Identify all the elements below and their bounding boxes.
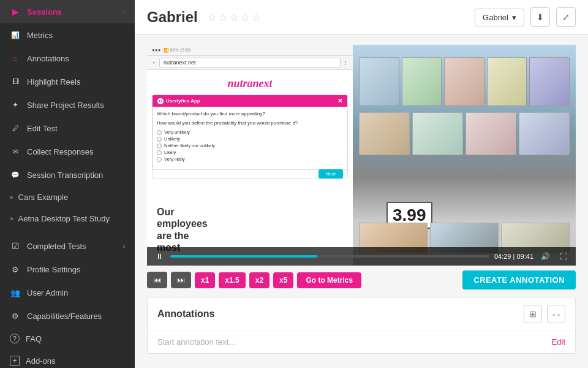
sessions-chevron: › [123, 9, 125, 15]
expand-icon: ⤢ [562, 12, 570, 22]
user-admin-icon: 👥 [10, 287, 21, 298]
sidebar-item-annotations[interactable]: ○ Annotations [0, 47, 135, 70]
sidebar-label-faq: FAQ [26, 334, 42, 343]
annotation-text: Start annotation text... [157, 337, 235, 347]
survey-header: U Userlytics App ✕ [153, 95, 347, 107]
sidebar-item-addons[interactable]: + Add-ons [0, 350, 135, 368]
sidebar-label-collect: Collect Responses [27, 147, 93, 156]
store-image: 3.99 [353, 45, 576, 266]
rewind-button[interactable]: ⏮ [147, 272, 167, 288]
metrics-icon: 📊 [10, 29, 21, 40]
highlight-reels-icon: 🎞 [10, 76, 21, 87]
expand-button[interactable]: ⤢ [556, 7, 576, 27]
brand-logo: nutranext [147, 70, 353, 98]
annotation-row: Start annotation text... Edit [148, 331, 575, 353]
sidebar-item-completed-tests[interactable]: ☑ Completed Tests › [0, 234, 135, 258]
speed-x15-button[interactable]: x1.5 [219, 272, 245, 288]
sidebar-item-share-project[interactable]: ✦ Share Project Results [0, 93, 135, 117]
annotation-edit-link[interactable]: Edit [552, 337, 565, 347]
sidebar-label-edit-test: Edit Test [27, 124, 58, 133]
annotations-collapse-button[interactable]: ⌄⌄ [547, 305, 565, 323]
sidebar-item-metrics[interactable]: 📊 Metrics [0, 23, 135, 47]
mobile-content: nutranext U Userlytics App ✕ [147, 70, 353, 266]
time-display: 04:29 | 09:41 [494, 253, 533, 260]
fullscreen-icon: ⛶ [560, 252, 567, 261]
forward-button[interactable]: ⏭ [171, 272, 191, 288]
sidebar-section-aetna[interactable]: » Aetna Desktop Test Study [0, 208, 135, 229]
sidebar-label-user-admin: User Admin [27, 288, 68, 297]
sidebar-section-cars-label: Cars Example [18, 193, 69, 202]
participant-dropdown[interactable]: Gabriel ▾ [475, 9, 524, 26]
sidebar-label-metrics: Metrics [27, 31, 53, 40]
annotations-header: Annotations ⊞ ⌄⌄ [148, 297, 575, 331]
addons-icon: + [10, 356, 20, 366]
download-icon: ⬇ [537, 12, 544, 22]
store-price: 3.99 [393, 205, 426, 224]
survey-option-4: Likely [157, 150, 343, 155]
survey-overlay: U Userlytics App ✕ Which brand/product d… [152, 94, 348, 179]
url-bar-row: ← nutranext.net ⋮ [147, 56, 353, 70]
sidebar-label-transcription: Session Transcription [27, 171, 103, 180]
fullscreen-button[interactable]: ⛶ [557, 251, 570, 262]
speed-x5-button[interactable]: x5 [273, 272, 293, 288]
faq-icon: ? [10, 334, 20, 343]
company-text: Our employees are the most [157, 206, 208, 253]
survey-next-button[interactable]: Next [318, 169, 343, 178]
sidebar-label-share: Share Project Results [27, 101, 104, 110]
sessions-icon: ▶ [10, 6, 21, 17]
sidebar-item-profile-settings[interactable]: ⚙ Profile Settings [0, 258, 135, 281]
sidebar-item-faq[interactable]: ? FAQ [0, 328, 135, 350]
survey-option-2: Unlikely [157, 136, 343, 142]
sidebar-item-capabilities[interactable]: ⚙ Capabilities/Features [0, 304, 135, 328]
survey-app-label: Userlytics App [166, 98, 200, 104]
sidebar-item-highlight-reels[interactable]: 🎞 Highlight Reels [0, 70, 135, 93]
download-button[interactable]: ⬇ [530, 7, 550, 27]
survey-question1: Which brand/product do you find more app… [157, 111, 343, 117]
sidebar-label-annotations: Annotations [27, 54, 69, 63]
header-actions: Gabriel ▾ ⬇ ⤢ [475, 7, 576, 27]
sidebar-label-highlight-reels: Highlight Reels [27, 77, 80, 86]
sidebar-item-session-transcription[interactable]: 💬 Session Transcription [0, 163, 135, 186]
profile-settings-icon: ⚙ [10, 264, 21, 275]
dropdown-chevron: ▾ [512, 13, 516, 22]
go-to-metrics-button[interactable]: Go to Metrics [297, 272, 361, 288]
star-rating[interactable]: ☆ ☆ ☆ ☆ ☆ [208, 12, 475, 23]
sidebar-item-user-admin[interactable]: 👥 User Admin [0, 281, 135, 304]
create-annotation-button[interactable]: CREATE ANNOTATION [462, 270, 576, 289]
sidebar: ▶ Sessions › 📊 Metrics ○ Annotations 🎞 H… [0, 0, 135, 368]
annotations-icon: ○ [10, 53, 21, 64]
speed-x1-button[interactable]: x1 [195, 272, 215, 288]
sidebar-section-aetna-label: Aetna Desktop Test Study [18, 214, 110, 223]
chevron-down-icon: ⌄⌄ [551, 311, 561, 317]
store-footage: 3.99 [353, 45, 576, 266]
sidebar-section-cars[interactable]: » Cars Example [0, 186, 135, 208]
url-text: nutranext.net [164, 59, 196, 66]
sidebar-label-profile: Profile Settings [27, 265, 80, 274]
progress-bar[interactable] [170, 255, 489, 258]
annotations-grid-button[interactable]: ⊞ [524, 305, 542, 323]
sidebar-item-edit-test[interactable]: 🖊 Edit Test [0, 117, 135, 140]
sidebar-label-addons: Add-ons [26, 356, 55, 366]
survey-option-1: Very unlikely [157, 129, 343, 135]
annotations-section: Annotations ⊞ ⌄⌄ Start annotation text..… [147, 297, 576, 354]
sidebar-label-sessions: Sessions [27, 7, 62, 17]
sidebar-label-capabilities: Capabilities/Features [27, 312, 102, 321]
play-pause-icon: ⏸ [156, 252, 163, 261]
aetna-chevron: » [10, 215, 13, 222]
speed-x2-button[interactable]: x2 [249, 272, 270, 288]
play-pause-button[interactable]: ⏸ [153, 251, 165, 262]
share-icon: ✦ [10, 99, 21, 110]
survey-close-icon[interactable]: ✕ [337, 98, 342, 104]
collect-responses-icon: ✉ [10, 146, 21, 157]
volume-icon: 🔊 [541, 252, 550, 261]
edit-test-icon: 🖊 [10, 123, 21, 134]
mobile-browser-bar: ●●● 📶 86% 15:59 [147, 45, 353, 56]
content-header: Gabriel ☆ ☆ ☆ ☆ ☆ Gabriel ▾ ⬇ ⤢ [135, 0, 588, 35]
capabilities-icon: ⚙ [10, 310, 21, 321]
volume-button[interactable]: 🔊 [538, 251, 552, 262]
mobile-screen: ●●● 📶 86% 15:59 ← nutranext.net ⋮ nutran… [147, 45, 353, 266]
sidebar-item-sessions[interactable]: ▶ Sessions › [0, 0, 135, 23]
rewind-icon: ⏮ [153, 275, 161, 285]
survey-body: Which brand/product do you find more app… [153, 107, 347, 170]
sidebar-item-collect-responses[interactable]: ✉ Collect Responses [0, 140, 135, 163]
